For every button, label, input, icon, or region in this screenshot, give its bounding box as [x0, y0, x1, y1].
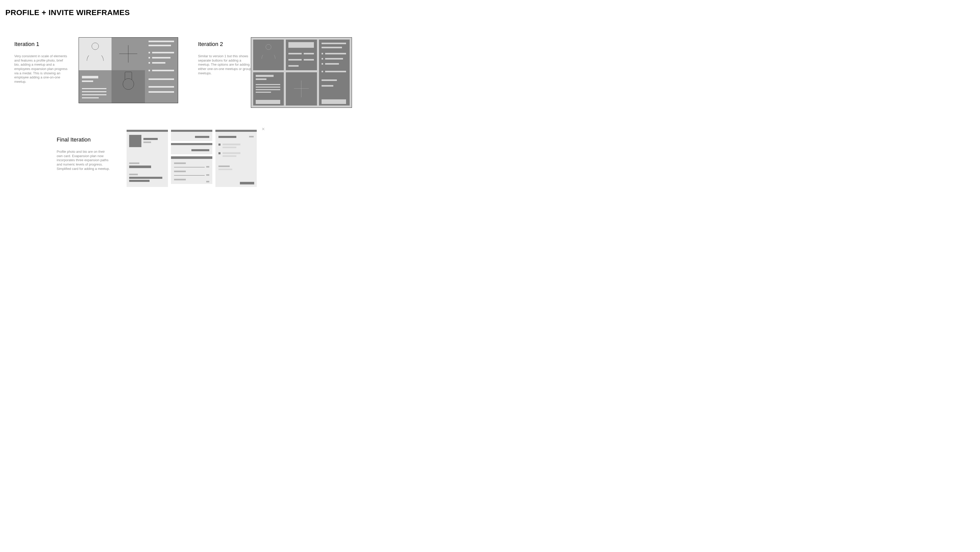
placeholder-button: [240, 182, 254, 184]
wireframe-final-iteration: [127, 128, 264, 187]
placeholder-line: [148, 45, 171, 46]
final-iteration-text: Final Iteration Profile photo and bio ar…: [57, 136, 110, 171]
card-header-bar: [171, 156, 212, 159]
avatar-icon: [262, 52, 275, 65]
placeholder-line: [256, 86, 280, 88]
placeholder-bullet: [321, 53, 323, 54]
final-iteration-body: Profile photo and bio are on their own c…: [57, 150, 110, 171]
wf2-list-panel: [319, 40, 350, 105]
page-title: PROFILE + INVITE WIREFRAMES: [5, 8, 130, 17]
card-header-bar: [171, 143, 212, 145]
placeholder-bullet: [218, 144, 221, 145]
placeholder-line: [82, 97, 99, 98]
placeholder-line: [152, 70, 174, 71]
placeholder-line: [152, 57, 170, 59]
placeholder-line: [129, 177, 162, 179]
placeholder-line: [195, 136, 209, 138]
placeholder-line: [82, 76, 98, 78]
placeholder-line: [129, 174, 138, 175]
placeholder-line: [321, 47, 342, 48]
placeholder-line: [256, 78, 266, 80]
plus-icon: [294, 88, 309, 89]
placeholder-line: [321, 43, 346, 44]
placeholder-block: [288, 42, 314, 48]
placeholder-line: [288, 53, 302, 54]
placeholder-line: [174, 179, 186, 180]
placeholder-line: [223, 147, 236, 148]
wf1-medal-panel: [111, 70, 145, 103]
iteration-2-heading: Iteration 2: [198, 41, 251, 48]
iteration-1-body: Very consistent in scale of elements and…: [14, 54, 68, 84]
placeholder-line: [325, 71, 346, 72]
placeholder-line: [218, 166, 230, 167]
placeholder-line: [82, 91, 107, 92]
placeholder-line: [129, 180, 150, 182]
placeholder-line: [191, 149, 209, 151]
wf1-bio-panel: [79, 70, 111, 103]
placeholder-line: [174, 171, 186, 172]
wf1-add-panel: [111, 38, 145, 70]
wf2-avatar-panel: [253, 40, 284, 70]
placeholder-line: [218, 136, 236, 138]
placeholder-bullet: [218, 152, 221, 154]
placeholder-line: [223, 152, 240, 154]
final-iteration-heading: Final Iteration: [57, 136, 110, 143]
avatar-placeholder: [129, 135, 142, 147]
placeholder-line: [152, 52, 174, 53]
wf3-meetup-card: [215, 130, 257, 187]
placeholder-chip: [249, 136, 254, 137]
placeholder-block: [256, 100, 280, 104]
placeholder-chip: [206, 166, 209, 168]
placeholder-line: [148, 91, 174, 93]
placeholder-line: [325, 63, 339, 65]
placeholder-line: [325, 58, 343, 59]
placeholder-line: [129, 166, 151, 168]
placeholder-line: [129, 163, 139, 164]
placeholder-line: [321, 80, 337, 81]
placeholder-line: [152, 62, 165, 64]
placeholder-block: [321, 99, 346, 104]
iteration-2-text: Iteration 2 Similar to version 1 but thi…: [198, 41, 251, 75]
wireframe-iteration-1: [79, 37, 178, 103]
avatar-icon: [87, 53, 103, 69]
wireframe-iteration-2: [251, 37, 352, 108]
placeholder-bullet: [321, 63, 323, 65]
placeholder-line: [256, 92, 271, 93]
divider: [174, 175, 205, 175]
placeholder-line: [223, 144, 240, 145]
wf3-strip-card-1: [171, 130, 212, 141]
placeholder-line: [223, 155, 236, 157]
placeholder-line: [256, 89, 280, 90]
placeholder-line: [82, 94, 107, 95]
medal-icon: [123, 78, 134, 90]
placeholder-bullet: [148, 62, 150, 64]
card-header-bar: [215, 130, 257, 132]
iteration-2-body: Similar to version 1 but this shows sepa…: [198, 54, 251, 75]
placeholder-line: [148, 86, 174, 88]
wf2-add-panel: [286, 72, 317, 105]
placeholder-line: [304, 59, 314, 61]
wf1-list-panel: [145, 38, 178, 103]
avatar-icon: [266, 44, 271, 50]
placeholder-bullet: [148, 57, 150, 59]
placeholder-line: [174, 163, 186, 164]
placeholder-bullet: [148, 52, 150, 53]
iteration-1-heading: Iteration 1: [14, 41, 68, 48]
placeholder-line: [148, 41, 174, 42]
card-header-bar: [171, 130, 212, 132]
wf3-strip-card-2: [171, 143, 212, 154]
placeholder-line: [304, 53, 314, 54]
wf3-profile-card: [127, 130, 168, 187]
wf2-buttons-panel: [286, 40, 317, 70]
placeholder-line: [256, 84, 280, 85]
placeholder-bullet: [321, 58, 323, 59]
placeholder-line: [288, 65, 299, 67]
avatar-icon: [92, 43, 99, 50]
card-header-bar: [127, 130, 168, 132]
close-icon: [261, 127, 266, 131]
wf3-expansion-card: [171, 156, 212, 184]
wf1-avatar-panel: [79, 38, 111, 70]
placeholder-line: [143, 142, 151, 143]
placeholder-bullet: [148, 70, 150, 71]
iteration-1-text: Iteration 1 Very consistent in scale of …: [14, 41, 68, 84]
